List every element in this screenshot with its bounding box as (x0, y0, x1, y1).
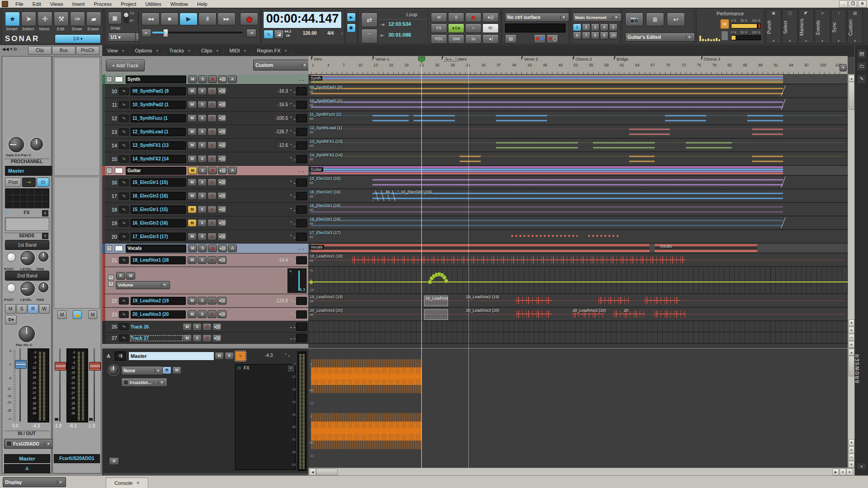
drag-ghost-clip[interactable] (424, 309, 448, 320)
input-echo-button[interactable]: ●))) (217, 192, 226, 200)
menu-insert[interactable]: Insert (68, 1, 90, 7)
bus-name-field[interactable]: Master (128, 352, 214, 361)
loop-start-value[interactable]: 12:03:534 (388, 21, 411, 27)
power-button[interactable]: ⏻ (37, 178, 49, 187)
screenset-7-button[interactable]: 7 (582, 32, 590, 39)
mute-button[interactable]: M (188, 87, 197, 95)
record-arm-all-button[interactable] (465, 13, 481, 22)
metronome-icon[interactable]: ♪ (341, 31, 343, 36)
send-post-button[interactable] (7, 283, 16, 292)
automation-node[interactable] (444, 279, 448, 283)
mute-button[interactable]: M (188, 297, 197, 305)
folder-composite-clip[interactable] (311, 75, 783, 83)
bus-fx-bin[interactable]: ⏻FX+ (235, 364, 296, 470)
spinner-icon[interactable]: ⌃⌄ (289, 312, 295, 317)
mute-button[interactable]: M (188, 233, 197, 240)
record-arm-button[interactable] (208, 155, 217, 163)
menu-views[interactable]: Views (46, 1, 68, 7)
midi-ish-clip[interactable] (511, 235, 578, 237)
workspace-dropdown[interactable]: Guitar's Edited▼ (625, 33, 695, 42)
input-echo-button[interactable]: ●))) (217, 128, 226, 136)
solo-button[interactable]: S (198, 297, 207, 305)
clip-lane-15-elecgtr1-15-[interactable]: 15_ElecGtr1 (15)dB (308, 176, 848, 189)
clip-lane-17-elecgtr3-17-[interactable]: 17_ElecGtr3 (17)dB (308, 230, 848, 244)
strip-s-button[interactable]: S (16, 304, 27, 314)
volume-fader-cap[interactable] (15, 360, 27, 369)
automation-button[interactable]: A (228, 75, 237, 83)
out-fader-cap-left[interactable] (55, 362, 66, 371)
audio-clip[interactable] (311, 203, 783, 216)
audio-clip[interactable] (414, 112, 455, 124)
dim-solo-button[interactable]: DIM (448, 34, 464, 44)
record-arm-button[interactable] (208, 75, 217, 83)
track-name[interactable]: 15_ElecGtr1 (15) (131, 206, 186, 214)
mute-button[interactable]: M (188, 178, 197, 186)
spinner-icon[interactable]: ⌃⌄ (289, 221, 295, 225)
drag-ghost-clip[interactable]: 19_LeadVox (424, 296, 448, 306)
input-echo-button[interactable]: ●))) (218, 75, 227, 83)
module-tab-events[interactable]: ≡Events▾ (815, 9, 830, 44)
out-fader-cap-right[interactable] (89, 362, 101, 371)
scroll-up-button[interactable]: ▲ (849, 75, 854, 82)
scroll-up-button[interactable]: ▲ (849, 349, 854, 356)
input-echo-button[interactable]: ●))) (217, 178, 226, 186)
ctrl-surface-dropdown[interactable]: No ctrl surface▼ (505, 13, 569, 22)
spinner-icon[interactable]: ⌃⌄ (284, 353, 289, 357)
solo-button[interactable]: S (198, 87, 207, 95)
mute-button[interactable]: M (188, 101, 197, 108)
record-arm-button[interactable] (208, 310, 217, 318)
vocal-clip[interactable] (599, 297, 629, 305)
solo-button[interactable]: S (198, 233, 207, 240)
audio-clip[interactable] (460, 152, 480, 165)
input-echo-button[interactable]: ●))) (217, 114, 226, 122)
mute-button[interactable]: M (188, 114, 197, 122)
input-echo-button[interactable]: ●))) (217, 101, 226, 108)
collapse-button[interactable]: − (106, 245, 112, 251)
mute-button[interactable]: M (183, 334, 192, 342)
input-echo-all-button[interactable]: ●))) (482, 13, 499, 22)
spinner-icon[interactable]: ⌃⌄ (289, 103, 295, 107)
punch-button[interactable]: ⌒ (361, 29, 377, 43)
record-arm-button[interactable] (208, 114, 217, 122)
solo-button[interactable]: S (198, 141, 207, 149)
scroll-left-button[interactable]: ◀ (309, 469, 316, 475)
strip-m-button[interactable]: M (5, 304, 16, 314)
solo-button[interactable]: S (198, 310, 207, 318)
zoom-in-icon[interactable]: ⊕ (849, 461, 854, 468)
clip-lane-15-elecgtr1-15-[interactable]: 15_ElecGtr1 (15)dB (308, 203, 848, 216)
mute-button[interactable]: M (188, 206, 197, 213)
interleave-button[interactable]: Φ▾ (5, 315, 17, 324)
fx-power-icon[interactable]: ⏻ (237, 366, 241, 371)
screenset-1-button[interactable]: 1 (573, 23, 581, 31)
track-name[interactable]: 16_ElecGtr2 (16) (131, 192, 186, 200)
inspector-nav-icons[interactable]: ◀◀ ▾ ⧉ (2, 47, 26, 54)
send-post-button[interactable] (7, 253, 16, 262)
spinner-icon[interactable]: ⌃⌄ (289, 130, 295, 134)
input-echo-button[interactable]: ●))) (217, 155, 226, 163)
menu-help[interactable]: Help (193, 1, 212, 7)
midi-ish-clip[interactable] (588, 235, 619, 237)
go-start-button[interactable]: ⇤ (142, 29, 151, 37)
add-lane-button[interactable]: + (108, 281, 114, 286)
record-arm-button[interactable] (203, 323, 212, 331)
expand-icon[interactable]: ▴ (857, 463, 867, 470)
lock-button[interactable]: 🔒 (73, 310, 82, 319)
screenset-3-button[interactable]: 3 (591, 23, 599, 31)
track-name[interactable]: 16_ElecGtr2 (16) (131, 219, 186, 227)
input-echo-button[interactable]: ●))) (218, 167, 227, 174)
spinner-icon[interactable]: ⌃⌄ (289, 180, 295, 185)
tv-menu-options[interactable]: Options▼ (131, 46, 164, 55)
eq-icon-button[interactable]: ⊸ (22, 178, 36, 187)
solo-button[interactable]: S (198, 192, 207, 200)
clip-lane-guitar[interactable]: Guitar (308, 166, 848, 176)
audio-clip[interactable] (686, 139, 732, 151)
folder-icon[interactable]: 🗀 (857, 61, 867, 71)
clip-lane-12-synthlead-1[interactable]: 12_SynthLead (1)dB (308, 125, 848, 139)
record-arm-button[interactable] (208, 206, 217, 213)
automation-node[interactable] (309, 280, 313, 284)
master-waveform[interactable] (311, 359, 421, 393)
solo-button[interactable]: S (193, 334, 202, 342)
zoom-in-icon[interactable]: ⊕ (846, 469, 853, 475)
spinner-icon[interactable]: ⌃⌄ (289, 299, 295, 303)
pdc-button[interactable]: PDC (431, 34, 447, 44)
